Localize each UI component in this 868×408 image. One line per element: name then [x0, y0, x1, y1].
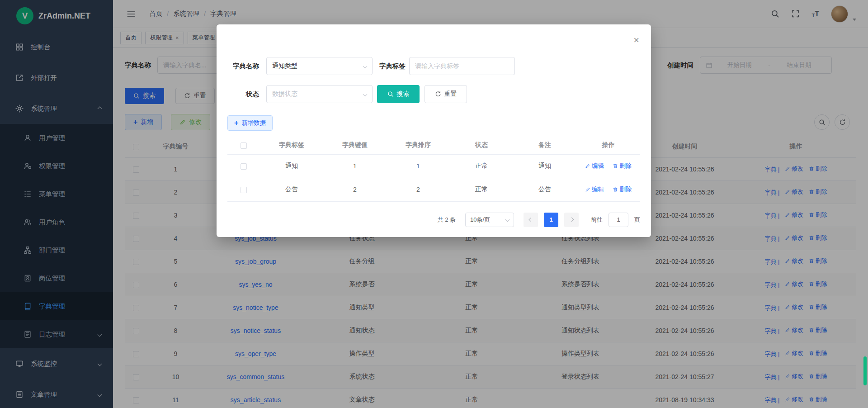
- dict-label-cell: 通知: [260, 154, 323, 178]
- close-icon[interactable]: ×: [633, 35, 639, 45]
- chevron-down-icon: [505, 218, 510, 222]
- pencil-icon: [585, 163, 590, 169]
- status-select-placeholder: 数据状态: [272, 90, 297, 98]
- modal-dict-label-label: 字典标签: [379, 62, 406, 71]
- dict-sort-cell: 1: [387, 154, 450, 178]
- col-dict-label: 字典标签: [260, 136, 323, 154]
- col-status: 状态: [450, 136, 513, 154]
- dict-name-select[interactable]: 通知类型: [266, 57, 373, 75]
- pagination-total: 共 2 条: [438, 216, 456, 224]
- page-1-button[interactable]: 1: [544, 213, 558, 227]
- modal-filter-row-2: 状态 数据状态 搜索 重置: [227, 85, 640, 103]
- modal-table-header-row: 字典标签 字典键值 字典排序 状态 备注 操作: [227, 136, 640, 154]
- chevron-down-icon: [363, 64, 368, 68]
- modal-table-row: 公告 2 2 正常 公告 编辑 删除: [227, 178, 640, 201]
- modal-search-label: 搜索: [397, 90, 410, 98]
- col-actions: 操作: [576, 136, 640, 154]
- delete-link[interactable]: 删除: [613, 185, 632, 194]
- dict-value-cell: 1: [323, 154, 387, 178]
- modal-search-button[interactable]: 搜索: [377, 85, 420, 103]
- dict-value-cell: 2: [323, 178, 387, 201]
- dict-label-input[interactable]: [409, 57, 515, 75]
- goto-label: 前往: [591, 216, 603, 224]
- chevron-right-icon: [569, 218, 574, 222]
- edit-link[interactable]: 编辑: [585, 162, 604, 170]
- dict-data-dialog: × 字典名称 通知类型 字典标签 状态 数据状态 搜索 重置 + 新增数据: [217, 24, 651, 237]
- status-cell: 正常: [450, 154, 513, 178]
- delete-link[interactable]: 删除: [613, 162, 632, 170]
- pagination: 共 2 条 10条/页 1 前往 页: [227, 213, 640, 227]
- status-cell: 正常: [450, 178, 513, 201]
- prev-page-button[interactable]: [524, 213, 538, 227]
- page-size-value: 10条/页: [470, 216, 490, 224]
- dict-sort-cell: 2: [387, 178, 450, 201]
- search-icon: [387, 91, 394, 97]
- remark-cell: 通知: [513, 154, 576, 178]
- row-checkbox[interactable]: [241, 187, 247, 193]
- col-remark: 备注: [513, 136, 576, 154]
- page-unit-label: 页: [634, 216, 640, 224]
- scrollbar-thumb[interactable]: [863, 356, 867, 385]
- status-select[interactable]: 数据状态: [266, 85, 373, 103]
- plus-icon: +: [234, 119, 238, 127]
- refresh-icon: [435, 91, 441, 97]
- col-dict-sort: 字典排序: [387, 136, 450, 154]
- modal-filter-row-1: 字典名称 通知类型 字典标签: [227, 57, 640, 75]
- add-data-button[interactable]: + 新增数据: [227, 115, 273, 131]
- col-dict-value: 字典键值: [323, 136, 387, 154]
- modal-table-row: 通知 1 1 正常 通知 编辑 删除: [227, 154, 640, 178]
- modal-reset-label: 重置: [444, 90, 457, 98]
- dict-data-table: 字典标签 字典键值 字典排序 状态 备注 操作 通知 1 1 正常 通知 编辑 …: [227, 136, 640, 202]
- select-all-checkbox[interactable]: [241, 142, 247, 149]
- chevron-down-icon: [363, 92, 368, 96]
- modal-reset-button[interactable]: 重置: [425, 85, 467, 103]
- remark-cell: 公告: [513, 178, 576, 201]
- goto-page-input[interactable]: [609, 213, 628, 227]
- dict-data-table-body: 通知 1 1 正常 通知 编辑 删除 公告 2 2 正常 公告 编辑 删除: [227, 154, 640, 201]
- modal-dict-name-label: 字典名称: [227, 62, 259, 71]
- modal-status-label: 状态: [227, 90, 259, 99]
- dict-name-select-value: 通知类型: [272, 62, 297, 70]
- add-data-label: 新增数据: [241, 119, 266, 127]
- pencil-icon: [585, 187, 590, 192]
- chevron-left-icon: [528, 218, 533, 222]
- dict-label-cell: 公告: [260, 178, 323, 201]
- page-size-select[interactable]: 10条/页: [465, 213, 514, 227]
- trash-icon: [613, 163, 618, 169]
- edit-link[interactable]: 编辑: [585, 185, 604, 194]
- trash-icon: [613, 187, 618, 192]
- next-page-button[interactable]: [564, 213, 579, 227]
- row-checkbox[interactable]: [241, 163, 247, 170]
